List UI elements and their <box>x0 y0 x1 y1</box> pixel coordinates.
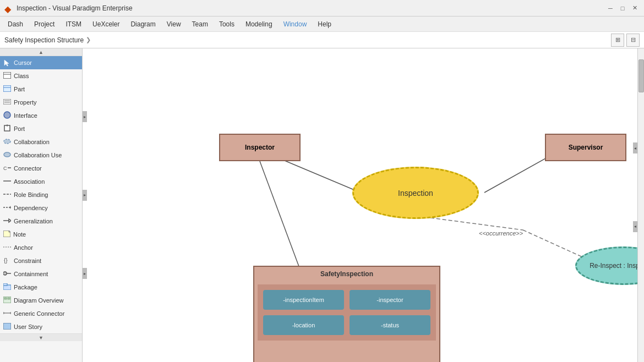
maximize-button[interactable]: □ <box>618 3 627 13</box>
svg-rect-3 <box>3 85 11 92</box>
inner-item-3[interactable]: -status <box>350 315 430 335</box>
generalization-icon <box>3 217 11 225</box>
sidebar-item-note[interactable]: Note <box>0 228 82 241</box>
sidebar-label-port: Port <box>14 125 25 132</box>
sidebar-scroll-up[interactable]: ▲ <box>0 48 82 56</box>
svg-rect-28 <box>3 283 7 286</box>
menu-help[interactable]: Help <box>312 18 337 30</box>
reinspect-ellipse[interactable]: Re-Inspect : Inspection <box>575 246 637 285</box>
sidebar-item-dependency[interactable]: Dependency <box>0 201 82 215</box>
menu-diagram[interactable]: Diagram <box>125 18 161 30</box>
containment-icon <box>3 270 11 278</box>
inner-item-1[interactable]: -inspector <box>350 290 430 310</box>
diagram-view-toggle-2[interactable]: ⊟ <box>626 34 640 47</box>
part-icon <box>3 85 11 94</box>
svg-rect-5 <box>3 99 11 105</box>
collaboration-icon <box>3 138 11 146</box>
diagram-view-toggle-1[interactable]: ⊞ <box>611 34 624 47</box>
sidebar-item-interface[interactable]: Interface <box>0 109 82 122</box>
dependency-icon <box>3 204 11 212</box>
sidebar-item-collaboration[interactable]: Collaboration <box>0 135 82 149</box>
menu-itsm[interactable]: ITSM <box>60 18 87 30</box>
sidebar-item-constraint[interactable]: {} Constraint <box>0 254 82 267</box>
svg-text:{}: {} <box>4 257 8 264</box>
breadcrumb-text: Safety Inspection Structure <box>4 36 84 44</box>
user-story-icon <box>3 323 11 331</box>
sidebar-scroll-down[interactable]: ▼ <box>0 333 82 341</box>
titlebar: ◆ Inspection - Visual Paradigm Enterpris… <box>0 0 644 17</box>
svg-marker-18 <box>10 206 11 209</box>
menu-project[interactable]: Project <box>29 18 60 30</box>
sidebar-item-anchor[interactable]: Anchor <box>0 241 82 254</box>
sidebar-collapse-handle-1[interactable]: ▸ <box>83 111 87 122</box>
sidebar-item-user-story[interactable]: User Story <box>0 320 82 333</box>
anchor-icon <box>3 244 11 251</box>
inner-item-0[interactable]: -inspectionItem <box>263 290 344 310</box>
breadcrumb-actions: ⊞ ⊟ <box>611 34 640 47</box>
sidebar-label-anchor: Anchor <box>14 244 33 251</box>
package-icon <box>3 283 11 292</box>
canvas-collapse-handle-1[interactable]: ◂ <box>633 142 637 153</box>
sidebar-item-collaboration-use[interactable]: Collaboration Use <box>0 149 82 162</box>
sidebar-label-collaboration-use: Collaboration Use <box>14 152 62 158</box>
svg-marker-0 <box>4 60 9 66</box>
sidebar-item-role-binding[interactable]: Role Binding <box>0 188 82 201</box>
menu-modeling[interactable]: Modeling <box>240 18 278 30</box>
sidebar-collapse-handle-2[interactable]: ▸ <box>83 190 87 201</box>
scrollbar-thumb[interactable] <box>638 59 644 92</box>
canvas[interactable]: Inspector Supervisor Inspection <<occurr… <box>83 48 637 362</box>
sidebar-item-generic-connector[interactable]: Generic Connector <box>0 307 82 320</box>
menu-team[interactable]: Team <box>187 18 214 30</box>
inspection-ellipse[interactable]: Inspection <box>352 167 479 219</box>
window-controls: ─ □ ✕ <box>605 3 640 13</box>
sidebar-item-class[interactable]: Class <box>0 69 82 83</box>
menu-view[interactable]: View <box>161 18 187 30</box>
sidebar-item-generalization[interactable]: Generalization <box>0 215 82 228</box>
inner-item-2[interactable]: -location <box>263 315 344 335</box>
svg-line-40 <box>523 230 583 257</box>
sidebar-item-port[interactable]: Port <box>0 122 82 135</box>
safety-inspection-box[interactable]: SafetyInspection -inspectionItem -inspec… <box>253 266 440 362</box>
sidebar-item-property[interactable]: Property <box>0 96 82 109</box>
supervisor-box[interactable]: Supervisor <box>545 134 626 161</box>
close-button[interactable]: ✕ <box>630 3 640 13</box>
sidebar-label-interface: Interface <box>14 112 37 119</box>
breadcrumb-bar: Safety Inspection Structure ❯ ⊞ ⊟ <box>0 32 644 48</box>
sidebar-item-part[interactable]: Part <box>0 83 82 96</box>
svg-marker-20 <box>9 219 11 222</box>
sidebar-item-diagram-overview[interactable]: Diagram Overview <box>0 294 82 307</box>
sidebar-label-part: Part <box>14 86 25 92</box>
svg-rect-31 <box>8 298 10 299</box>
note-icon <box>3 231 10 239</box>
sidebar-label-constraint: Constraint <box>14 257 41 264</box>
menu-window[interactable]: Window <box>278 18 313 30</box>
right-scrollbar[interactable] <box>637 48 644 362</box>
diagram-overview-icon <box>3 297 11 305</box>
sidebar-label-collaboration: Collaboration <box>14 139 50 145</box>
inspection-label: Inspection <box>398 189 433 198</box>
svg-text:C: C <box>3 166 7 171</box>
generic-connector-icon <box>3 310 11 317</box>
sidebar-item-connector[interactable]: C Connector <box>0 162 82 175</box>
sidebar-item-containment[interactable]: Containment <box>0 267 82 281</box>
safety-inspection-title: SafetyInspection <box>254 267 439 281</box>
breadcrumb-arrow-icon: ❯ <box>86 36 91 43</box>
menu-uexceler[interactable]: UeXceler <box>87 18 125 30</box>
canvas-collapse-handle-2[interactable]: ◂ <box>633 221 637 232</box>
svg-line-38 <box>260 161 303 277</box>
sidebar-label-connector: Connector <box>14 165 42 172</box>
sidebar-item-cursor[interactable]: Cursor <box>0 56 82 69</box>
svg-point-33 <box>3 312 4 314</box>
sidebar-label-containment: Containment <box>14 271 48 277</box>
sidebar-item-package[interactable]: Package <box>0 281 82 294</box>
svg-point-34 <box>10 312 11 314</box>
constraint-icon: {} <box>3 257 11 265</box>
inspector-box[interactable]: Inspector <box>219 134 301 161</box>
sidebar-collapse-handle-3[interactable]: ▸ <box>83 268 87 279</box>
role-binding-icon <box>3 191 11 199</box>
minimize-button[interactable]: ─ <box>605 3 615 13</box>
menu-dash[interactable]: Dash <box>2 18 29 30</box>
sidebar-label-association: Association <box>14 178 45 185</box>
sidebar-item-association[interactable]: Association <box>0 175 82 188</box>
menu-tools[interactable]: Tools <box>214 18 240 30</box>
